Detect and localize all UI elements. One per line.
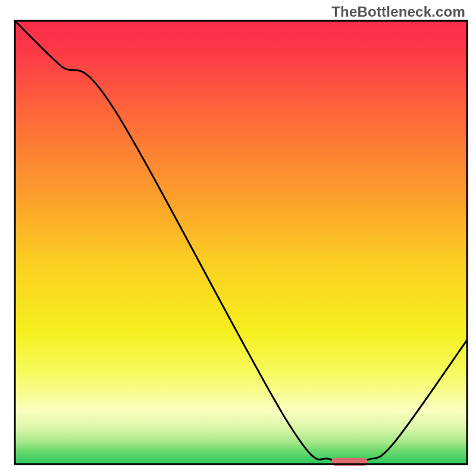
chart-container: TheBottleneck.com [0,0,476,476]
plot-background [15,21,467,464]
watermark-text: TheBottleneck.com [331,4,465,20]
bottleneck-chart [0,0,476,476]
